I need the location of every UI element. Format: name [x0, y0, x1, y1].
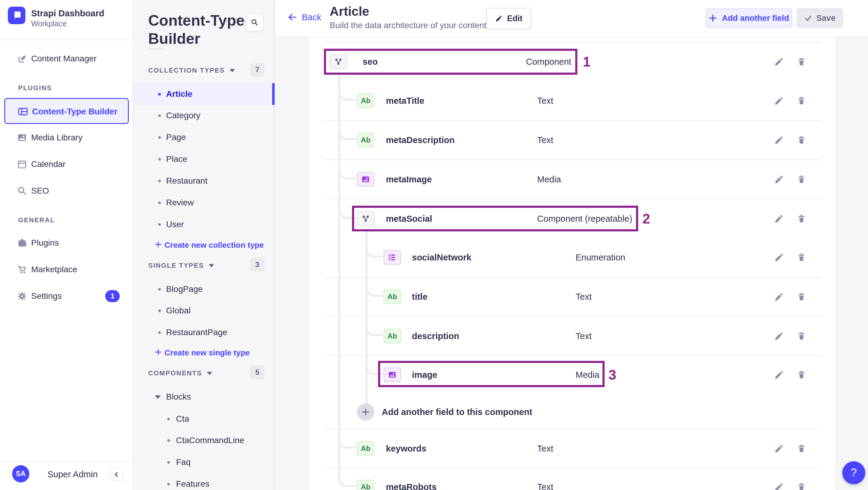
help-button[interactable]: ? [842, 461, 865, 484]
trash-icon [797, 214, 806, 223]
edit-field-button[interactable] [772, 329, 786, 343]
component-group-blocks[interactable]: Blocks [133, 386, 275, 408]
trash-icon [797, 57, 806, 66]
edit-field-button[interactable] [772, 94, 786, 108]
sidebar-item-features[interactable]: Features [133, 473, 275, 490]
field-row-socialnetwork: socialNetwork Enumeration [309, 238, 836, 277]
sidebar-item-user[interactable]: User [133, 214, 275, 235]
edit-field-button[interactable] [772, 173, 786, 186]
chevron-down-icon [229, 69, 235, 72]
bullet-icon [167, 461, 170, 464]
edit-field-button[interactable] [772, 290, 786, 303]
sidebar-item-faq[interactable]: Faq [133, 451, 275, 473]
delete-field-button[interactable] [795, 94, 808, 108]
components-toggle[interactable]: COMPONENTS [148, 369, 212, 377]
create-collection-type-link[interactable]: Create new collection type [133, 237, 275, 253]
delete-field-button[interactable] [795, 55, 808, 68]
chevron-down-icon [207, 372, 212, 375]
edit-button[interactable]: Edit [486, 8, 531, 29]
delete-field-button[interactable] [795, 133, 808, 147]
bullet-icon [158, 202, 161, 204]
field-row-metatitle: Ab metaTitle Text [309, 81, 836, 120]
bullet-icon [158, 114, 161, 117]
sidebar-item-global[interactable]: Global [133, 300, 275, 321]
chevron-down-icon [155, 395, 161, 399]
delete-field-button[interactable] [795, 480, 808, 490]
delete-field-button[interactable] [795, 173, 808, 186]
list-item-label: Faq [176, 457, 190, 467]
sidebar-item-restaurantpage[interactable]: RestaurantPage [133, 321, 275, 343]
sidebar-item-blogpage[interactable]: BlogPage [133, 278, 275, 300]
sidebar-item-ctacommandline[interactable]: CtaCommandLine [133, 429, 275, 451]
single-types-toggle[interactable]: SINGLE TYPES [148, 262, 214, 270]
edit-field-button[interactable] [772, 133, 786, 147]
sidebar-item-settings[interactable]: Settings 1 [0, 287, 133, 305]
field-type: Text [537, 444, 553, 454]
annotation-number-3: 3 [609, 367, 616, 383]
sidebar-item-marketplace[interactable]: Marketplace [0, 261, 133, 279]
collection-types-toggle[interactable]: COLLECTION TYPES [148, 66, 235, 74]
sidebar-item-seo[interactable]: SEO [0, 182, 133, 200]
general-section-header: GENERAL [18, 216, 55, 224]
collapse-sidebar-button[interactable] [110, 468, 123, 481]
save-label: Save [816, 13, 835, 23]
sidebar-item-content-type-builder[interactable]: Content-Type Builder [4, 98, 129, 124]
edit-field-button[interactable] [772, 55, 786, 68]
delete-field-button[interactable] [795, 212, 808, 225]
list-item-label: Article [166, 89, 192, 99]
create-single-type-link[interactable]: Create new single type [133, 344, 275, 361]
trash-icon [797, 135, 806, 145]
user-name: Super Admin [48, 469, 98, 480]
pencil-icon [774, 292, 784, 302]
field-type: Text [576, 331, 592, 341]
edit-field-button[interactable] [772, 442, 786, 455]
sidebar-item-content-manager[interactable]: Content Manager [0, 50, 133, 68]
workspace-title: Strapi Dashboard [31, 8, 104, 19]
sidebar-item-label: Content-Type Builder [32, 107, 118, 117]
delete-field-button[interactable] [795, 368, 808, 381]
single-types-count: 3 [250, 258, 264, 272]
edit-field-button[interactable] [772, 480, 786, 490]
sidebar-item-article[interactable]: Article [133, 83, 275, 105]
field-type: Component (repeatable) [537, 214, 632, 224]
sidebar-item-media-library[interactable]: Media Library [0, 128, 133, 147]
sidebar-item-category[interactable]: Category [133, 105, 275, 126]
field-row-image: image Media [309, 355, 836, 394]
bullet-icon [158, 136, 161, 139]
delete-field-button[interactable] [795, 329, 808, 343]
add-another-field-button[interactable]: Add another field [706, 8, 792, 28]
sidebar-item-label: SEO [31, 186, 49, 196]
sidebar-item-place[interactable]: Place [133, 148, 275, 170]
sidebar-item-page[interactable]: Page [133, 126, 275, 148]
sidebar-item-plugins[interactable]: Plugins [0, 234, 133, 252]
plus-circle-icon [357, 403, 374, 421]
back-button[interactable]: Back [287, 12, 321, 22]
edit-field-button[interactable] [772, 251, 786, 264]
trash-icon [797, 331, 806, 341]
add-field-to-component-label: Add another field to this component [382, 407, 532, 417]
save-button[interactable]: Save [797, 8, 843, 28]
list-item-label: User [166, 220, 184, 229]
bullet-icon [158, 93, 161, 96]
search-button[interactable] [246, 13, 264, 31]
page-header: Back Article Build the data architecture… [275, 0, 868, 37]
field-row-keywords: Ab keywords Text [309, 429, 836, 468]
panel-title: Content-Type Builder [148, 11, 248, 48]
add-field-to-component-button[interactable]: Add another field to this component [309, 392, 836, 432]
delete-field-button[interactable] [795, 442, 808, 455]
delete-field-button[interactable] [795, 290, 808, 303]
sidebar-item-calendar[interactable]: Calendar [0, 155, 133, 173]
field-name: metaTitle [386, 96, 424, 106]
field-type: Text [537, 96, 553, 106]
bullet-icon [167, 418, 170, 421]
edit-field-button[interactable] [772, 368, 786, 381]
pencil-icon [774, 370, 784, 380]
trash-icon [797, 252, 806, 262]
sidebar-item-restaurant[interactable]: Restaurant [133, 170, 275, 192]
delete-field-button[interactable] [795, 251, 808, 264]
sidebar-item-cta[interactable]: Cta [133, 408, 275, 430]
edit-field-button[interactable] [772, 212, 786, 225]
avatar[interactable]: SA [12, 465, 29, 483]
trash-icon [797, 96, 806, 105]
sidebar-item-review[interactable]: Review [133, 192, 275, 214]
